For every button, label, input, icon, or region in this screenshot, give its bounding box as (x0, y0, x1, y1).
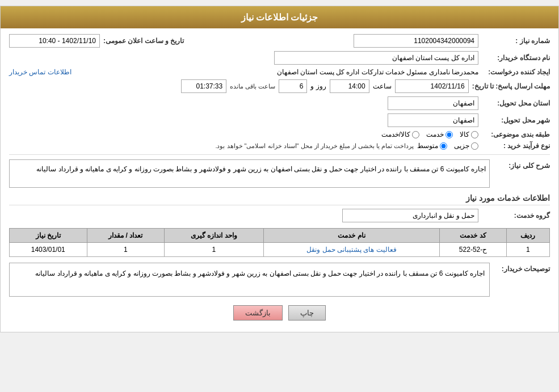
response-deadline-label: مهلت ارسال پاسخ: تا تاریخ: (472, 82, 550, 90)
print-button[interactable]: چاپ (288, 305, 326, 321)
row-city: شهر محل تحویل: (9, 113, 550, 127)
service-group-label: گروه خدمت: (482, 212, 550, 220)
content-area: شماره نیاز : تاریخ و ساعت اعلان عمومی: ن… (1, 28, 558, 332)
announce-date-input (9, 34, 100, 48)
cell-unit: 1 (164, 243, 263, 257)
radio-motavaset-label: متوسط (417, 142, 438, 150)
cell-service-code: ح-52-522 (440, 243, 507, 257)
cell-service-name: فعالیت های پشتیبانی حمل ونقل (263, 243, 440, 257)
col-service-code: کد خدمت (440, 229, 507, 243)
need-number-input[interactable] (354, 34, 478, 48)
services-table: ردیف کد خدمت نام خدمت واحد اندازه گیری ت… (9, 228, 550, 257)
col-service-name: نام خدمت (263, 229, 440, 243)
need-description-label: شرح کلی نیاز: (493, 159, 550, 170)
city-label: شهر محل تحویل: (482, 116, 550, 124)
radio-motavaset[interactable] (440, 142, 447, 150)
radio-jozi[interactable] (471, 142, 478, 150)
need-description-text: اجاره کامیونت 6 تن مسقف با راننده در اخت… (36, 165, 486, 173)
need-description-box: اجاره کامیونت 6 تن مسقف با راننده در اخت… (9, 159, 490, 188)
category-radio-kala-khedmat: کالا/خدمت (381, 130, 419, 138)
table-header-row: ردیف کد خدمت نام خدمت واحد اندازه گیری ت… (10, 229, 550, 243)
cell-date: 1403/01/01 (10, 243, 87, 257)
purchase-type-note: پرداخت تمام یا بخشی از مبلغ خریدار از مح… (9, 142, 414, 150)
response-time-label: ساعت (373, 82, 392, 90)
services-table-container: ردیف کد خدمت نام خدمت واحد اندازه گیری ت… (9, 228, 550, 257)
buyer-desc-box: اجاره کامیونت 6 تن مسقف با راننده در اخت… (9, 263, 490, 297)
response-days-label: روز و (310, 82, 326, 90)
buyer-org-input (274, 51, 478, 65)
announce-date-label: تاریخ و ساعت اعلان عمومی: (103, 37, 184, 45)
col-date: تاریخ نیاز (10, 229, 87, 243)
response-date-input (395, 79, 469, 93)
response-remaining-input (181, 79, 226, 93)
row-category: طبقه بندی موضوعی: کالا خدمت کالا/خدمت (9, 130, 550, 138)
buyer-desc-text: اجاره کامیونت 6 تن مسقف با راننده در اخت… (35, 269, 485, 277)
response-remaining-label: ساعت باقی مانده (230, 83, 275, 90)
row-buyer-desc: توصیحات خریدار: اجاره کامیونت 6 تن مسقف … (9, 263, 550, 297)
requester-label: ایجاد کننده درخواست: (482, 68, 550, 76)
back-button[interactable]: بازگشت (233, 305, 283, 321)
purchase-type-radio-group: جزیی متوسط (417, 142, 478, 150)
row-buyer-org: نام دستگاه خریدار: (9, 51, 550, 65)
col-unit: واحد اندازه گیری (164, 229, 263, 243)
row-purchase-type: نوع فرآیند خرید : جزیی متوسط پرداخت تمام… (9, 142, 550, 150)
purchase-type-label: نوع فرآیند خرید : (482, 142, 550, 150)
response-days-input (279, 79, 307, 93)
row-service-group: گروه خدمت: (9, 209, 550, 222)
page-header: جزئیات اطلاعات نیاز (1, 6, 558, 28)
col-row-num: ردیف (506, 229, 549, 243)
row-need-description: شرح کلی نیاز: اجاره کامیونت 6 تن مسقف با… (9, 159, 550, 188)
contact-link[interactable]: اطلاعات تماس خریدار (9, 68, 72, 76)
radio-jozi-label: جزیی (454, 142, 469, 150)
radio-kala-khedmat-label: کالا/خدمت (381, 130, 410, 138)
category-label: طبقه بندی موضوعی: (482, 130, 550, 138)
requester-value: محمدرضا نامداری مسئول خدمات تداركات ادار… (75, 68, 478, 76)
province-input (388, 96, 478, 110)
need-number-label: شماره نیاز : (482, 37, 550, 45)
purchase-type-motavaset: متوسط (417, 142, 447, 150)
radio-kala[interactable] (471, 131, 478, 138)
table-row: 1 ح-52-522 فعالیت های پشتیبانی حمل ونقل … (10, 243, 550, 257)
row-requester: ایجاد کننده درخواست: محمدرضا نامداری مسئ… (9, 68, 550, 76)
category-radio-group: کالا خدمت کالا/خدمت (381, 130, 478, 138)
row-province: استان محل تحویل: (9, 96, 550, 110)
radio-khedmat[interactable] (445, 131, 453, 138)
cell-row-num: 1 (506, 243, 549, 257)
buyer-desc-label: توصیحات خریدار: (493, 263, 550, 273)
radio-khedmat-label: خدمت (426, 130, 444, 138)
page-container: جزئیات اطلاعات نیاز شماره نیاز : تاریخ و… (0, 6, 559, 332)
service-info-section-title: اطلاعات خدمات مورد نیاز (9, 193, 550, 205)
service-name-link[interactable]: فعالیت های پشتیبانی حمل ونقل (306, 246, 396, 254)
row-deadline: مهلت ارسال پاسخ: تا تاریخ: ساعت روز و سا… (9, 79, 550, 93)
response-time-input (330, 79, 369, 93)
category-radio-kala: کالا (460, 130, 478, 138)
cell-quantity: 1 (87, 243, 164, 257)
buyer-org-label: نام دستگاه خریدار: (482, 54, 550, 62)
radio-kala-label: کالا (460, 130, 469, 138)
purchase-type-jozi: جزیی (454, 142, 478, 150)
category-radio-khedmat: خدمت (426, 130, 453, 138)
col-quantity: تعداد / مقدار (87, 229, 164, 243)
button-row: چاپ بازگشت (9, 305, 550, 321)
row-need-number: شماره نیاز : تاریخ و ساعت اعلان عمومی: (9, 34, 550, 48)
radio-kala-khedmat[interactable] (412, 131, 419, 138)
city-input (388, 113, 478, 127)
page-title: جزئیات اطلاعات نیاز (241, 12, 318, 22)
service-group-input (342, 209, 478, 222)
province-label: استان محل تحویل: (482, 99, 550, 107)
